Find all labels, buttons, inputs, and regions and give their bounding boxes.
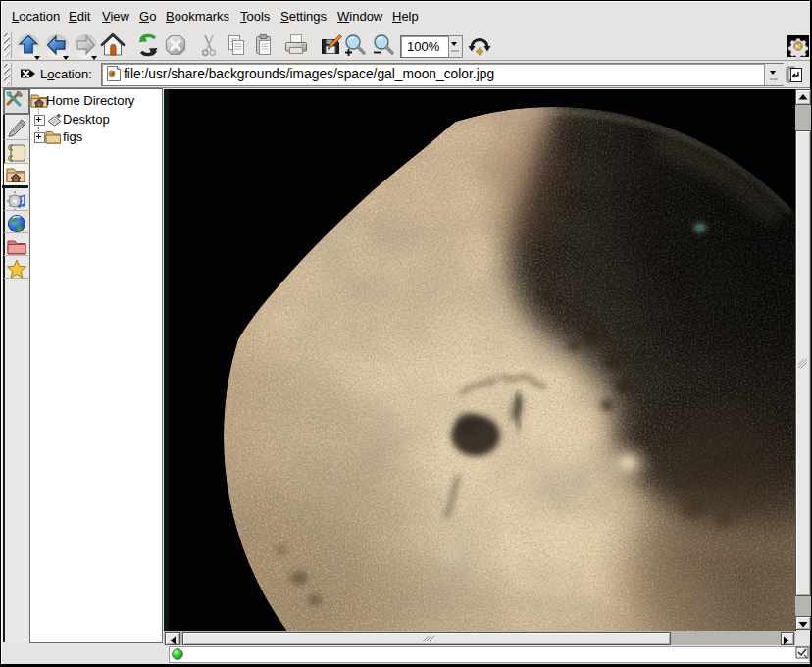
svg-text:K: K [795, 42, 801, 51]
